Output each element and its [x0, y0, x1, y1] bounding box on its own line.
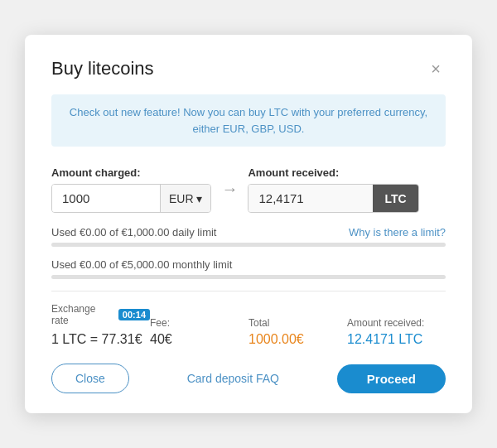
daily-limit-text: Used €0.00 of €1,000.00 daily limit — [51, 226, 216, 238]
monthly-limit-text: Used €0.00 of €5,000.00 monthly limit — [51, 258, 232, 271]
amount-charged-group: Amount charged: EUR ▾ — [51, 166, 211, 213]
faq-link[interactable]: Card deposit FAQ — [187, 372, 279, 385]
amount-charged-label: Amount charged: — [51, 166, 211, 179]
exchange-rate-label: Exchange rate — [51, 303, 113, 326]
total-label: Total — [248, 317, 347, 329]
conversion-arrow-icon: → — [221, 180, 238, 199]
monthly-limit-section: Used €0.00 of €5,000.00 monthly limit — [51, 258, 446, 279]
monthly-limit-row: Used €0.00 of €5,000.00 monthly limit — [51, 258, 446, 271]
why-limit-link[interactable]: Why is there a limit? — [349, 226, 446, 238]
daily-limit-progress-bar — [51, 243, 446, 247]
currency-dropdown[interactable]: EUR ▾ — [160, 185, 210, 212]
summary-received-value: 12.4171 LTC — [347, 332, 446, 347]
amount-charged-input[interactable] — [52, 185, 160, 212]
exchange-rate-value: 1 LTC = 77.31€ — [51, 332, 150, 347]
daily-limit-section: Used €0.00 of €1,000.00 daily limit Why … — [51, 226, 446, 247]
proceed-button[interactable]: Proceed — [337, 364, 446, 393]
buy-litecoins-modal: Buy litecoins × Check out new feature! N… — [25, 35, 472, 413]
exchange-rate-label-row: Exchange rate 00:14 — [51, 303, 150, 326]
info-banner: Check out new feature! Now you can buy L… — [51, 94, 446, 147]
close-button[interactable]: Close — [51, 364, 129, 393]
fee-col: Fee: 40€ — [150, 317, 248, 347]
amount-received-input[interactable] — [248, 185, 373, 212]
exchange-rate-col: Exchange rate 00:14 1 LTC = 77.31€ — [51, 303, 150, 347]
fee-label: Fee: — [150, 317, 248, 329]
daily-limit-row: Used €0.00 of €1,000.00 daily limit Why … — [51, 226, 446, 238]
fee-value: 40€ — [150, 332, 248, 347]
exchange-rate-timer: 00:14 — [118, 309, 150, 320]
amount-received-label: Amount received: — [248, 166, 418, 179]
modal-header: Buy litecoins × — [51, 58, 446, 79]
conversion-fields: Amount charged: EUR ▾ → Amount received:… — [51, 166, 446, 213]
amount-received-group: Amount received: LTC — [248, 166, 418, 213]
summary-received-label: Amount received: — [347, 317, 446, 329]
amount-received-input-wrap: LTC — [248, 184, 418, 213]
modal-close-button[interactable]: × — [426, 59, 446, 79]
amount-charged-input-wrap: EUR ▾ — [51, 184, 211, 213]
total-value: 1000.00€ — [248, 332, 347, 347]
total-col: Total 1000.00€ — [248, 317, 347, 347]
monthly-limit-progress-bar — [51, 275, 446, 279]
summary-row: Exchange rate 00:14 1 LTC = 77.31€ Fee: … — [51, 303, 446, 347]
footer-row: Close Card deposit FAQ Proceed — [51, 364, 446, 393]
received-col: Amount received: 12.4171 LTC — [347, 317, 446, 347]
divider — [51, 291, 446, 291]
ltc-currency-label: LTC — [373, 185, 417, 212]
modal-title: Buy litecoins — [51, 58, 154, 79]
